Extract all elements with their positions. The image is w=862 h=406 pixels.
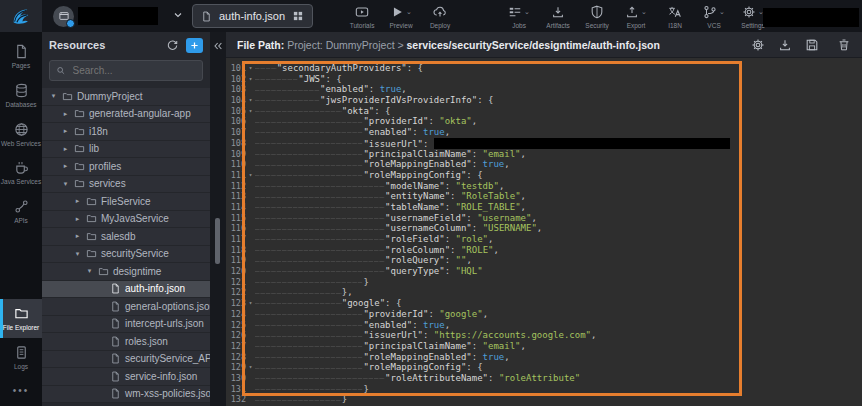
chevron-down-icon[interactable]: ⌄ xyxy=(406,8,412,15)
tree-file-auth-info.json[interactable]: auth-info.json xyxy=(42,281,210,299)
folder-icon xyxy=(62,91,73,102)
code-editor[interactable]: 101▾"secondaryAuthProviders": {102▾"JWS"… xyxy=(226,58,862,406)
code-line-content: "JWS": { xyxy=(255,74,862,85)
refresh-button[interactable] xyxy=(166,39,179,52)
file-settings-button[interactable] xyxy=(751,38,765,52)
tree-expand-arrow[interactable]: ▸ xyxy=(61,145,70,153)
rail-item-java-services[interactable]: Java Services xyxy=(0,153,42,192)
tree-expand-arrow[interactable]: ▾ xyxy=(61,180,70,188)
tree-file-general-options.json[interactable]: general-options.json xyxy=(42,298,210,316)
rail-item-apis[interactable]: APIs xyxy=(0,192,42,231)
fold-toggle-icon[interactable]: ▾ xyxy=(246,170,255,181)
tree-expand-arrow[interactable]: ▸ xyxy=(73,197,82,205)
topbar-action-i18n[interactable]: I18N xyxy=(658,4,692,29)
delete-file-button[interactable] xyxy=(837,38,851,52)
line-number: 110 xyxy=(226,159,246,170)
fold-toggle-icon[interactable]: ▾ xyxy=(246,95,255,106)
code-token: "roleAttributeName" xyxy=(385,373,488,383)
rail-item-databases[interactable]: Databases xyxy=(0,76,42,115)
tree-folder-services[interactable]: ▾services xyxy=(42,176,210,194)
fold-gutter xyxy=(246,384,255,395)
line-number: 114 xyxy=(226,202,246,213)
rail-item-label: Java Services xyxy=(1,178,41,186)
tree-folder-designtime[interactable]: ▾designtime xyxy=(42,263,210,281)
chevron-down-icon[interactable]: ⌄ xyxy=(524,8,530,15)
tree-folder-MyJavaService[interactable]: ▸MyJavaService xyxy=(42,211,210,229)
tree-folder-generated-angular-app[interactable]: ▸generated-angular-app xyxy=(42,106,210,124)
rail-item-logs[interactable]: Logs xyxy=(0,338,42,377)
fold-toggle-icon[interactable]: ▾ xyxy=(246,362,255,373)
tree-file-securityService_API.json[interactable]: securityService_API.json xyxy=(42,351,210,369)
rail-item-pages[interactable]: Pages xyxy=(0,37,42,76)
fold-gutter xyxy=(246,234,255,245)
line-number: 129 xyxy=(226,362,246,373)
topbar-action-tutorials[interactable]: Tutorials xyxy=(345,4,379,29)
project-switcher-chevron[interactable] xyxy=(172,7,184,25)
search-input[interactable] xyxy=(71,64,196,77)
code-token: "roleMappingConfig" xyxy=(363,362,466,372)
open-file-tab[interactable]: auth-info.json xyxy=(192,4,313,28)
topbar-action-security[interactable]: Security xyxy=(580,4,614,29)
tree-expand-arrow[interactable]: ▸ xyxy=(73,215,82,223)
fold-gutter xyxy=(246,245,255,256)
topbar-action-export[interactable]: ⌄Export xyxy=(619,4,653,29)
add-resource-button[interactable] xyxy=(186,38,203,53)
collapse-panel-button[interactable] xyxy=(212,38,224,56)
tree-file-wm-xss-policies.json[interactable]: wm-xss-policies.json xyxy=(42,386,210,404)
tree-folder-FileService[interactable]: ▸FileService xyxy=(42,193,210,211)
fold-toggle-icon[interactable]: ▾ xyxy=(246,298,255,309)
fold-toggle-icon[interactable]: ▾ xyxy=(246,106,255,117)
topbar-action-preview[interactable]: ⌄Preview xyxy=(384,4,418,29)
grid-icon[interactable] xyxy=(292,10,304,22)
tree-folder-profiles[interactable]: ▸profiles xyxy=(42,158,210,176)
topbar-action-jobs[interactable]: ⌄Jobs xyxy=(502,4,536,29)
tree-expand-arrow[interactable]: ▾ xyxy=(73,250,82,258)
tree-item-label: wm-xss-policies.json xyxy=(125,388,210,399)
tree-folder-salesdb[interactable]: ▸salesdb xyxy=(42,228,210,246)
code-line-content: "roleMappingEnabled": true, xyxy=(255,159,862,170)
tree-expand-arrow[interactable]: ▸ xyxy=(61,110,70,118)
tree-folder-DummyProject[interactable]: ▾DummyProject xyxy=(42,88,210,106)
code-token: : xyxy=(412,127,423,137)
rail-item-file-explorer[interactable]: File Explorer xyxy=(0,299,42,338)
tree-file-service-info.json[interactable]: service-info.json xyxy=(42,368,210,386)
gear-icon: ⌄ xyxy=(742,4,764,20)
topbar-action-vcs[interactable]: ⌄VCS xyxy=(697,4,731,29)
file-icon xyxy=(110,336,121,347)
topbar-action-deploy[interactable]: Deploy xyxy=(423,4,457,29)
tree-file-intercept-urls.json[interactable]: intercept-urls.json xyxy=(42,316,210,334)
app-logo[interactable] xyxy=(0,0,42,32)
tree-file-roles.json[interactable]: roles.json xyxy=(42,333,210,351)
download-icon xyxy=(551,5,565,19)
tree-expand-arrow[interactable]: ▾ xyxy=(85,267,94,275)
branch-icon xyxy=(703,5,717,19)
tree-expand-arrow[interactable]: ▸ xyxy=(61,127,70,135)
fold-toggle-icon[interactable]: ▾ xyxy=(246,63,255,74)
code-token: "HQL" xyxy=(456,266,483,276)
save-file-button[interactable] xyxy=(805,38,819,52)
line-number: 105 xyxy=(226,106,246,117)
tree-folder-lib[interactable]: ▸lib xyxy=(42,141,210,159)
rail-item-web-services[interactable]: Web Services xyxy=(0,115,42,154)
tree-expand-arrow[interactable]: ▾ xyxy=(49,92,58,100)
code-token: "" xyxy=(456,255,467,265)
tree-scrollbar-thumb[interactable] xyxy=(215,218,220,264)
tree-expand-arrow[interactable]: ▸ xyxy=(73,232,82,240)
rail-more-button[interactable]: ••• xyxy=(0,377,42,406)
tree-folder-securityService[interactable]: ▾securityService xyxy=(42,246,210,264)
folder-icon xyxy=(86,196,97,207)
code-line-content: "secondaryAuthProviders": { xyxy=(255,63,862,74)
chevron-down-icon[interactable]: ⌄ xyxy=(719,8,725,15)
code-line-108: 108"issuerUrl": xyxy=(226,138,862,149)
fold-toggle-icon[interactable]: ▾ xyxy=(246,74,255,85)
fold-gutter xyxy=(246,159,255,170)
code-line-content: "roleField": "role", xyxy=(255,234,862,245)
topbar-actions: Tutorials⌄PreviewDeploy⌄JobsArtifactsSec… xyxy=(345,4,775,29)
code-token: "issuerUrl" xyxy=(363,330,423,340)
project-chip[interactable] xyxy=(53,6,158,27)
tree-expand-arrow[interactable]: ▸ xyxy=(61,162,70,170)
download-file-button[interactable] xyxy=(778,38,792,52)
chevron-down-icon[interactable]: ⌄ xyxy=(641,8,647,15)
tree-folder-i18n[interactable]: ▸i18n xyxy=(42,123,210,141)
topbar-action-artifacts[interactable]: Artifacts xyxy=(541,4,575,29)
